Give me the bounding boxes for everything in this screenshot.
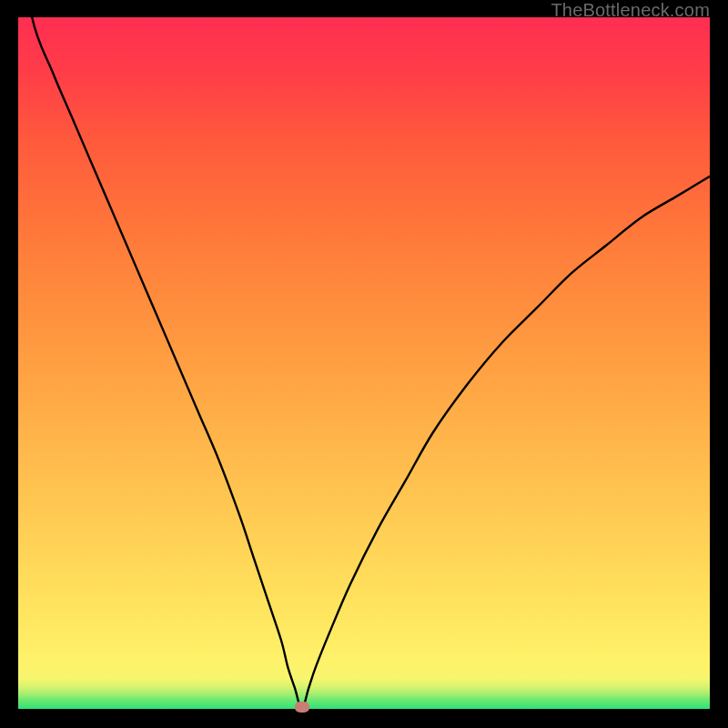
- curve-path: [18, 0, 710, 709]
- optimal-point-marker: [295, 702, 309, 713]
- bottleneck-curve: [18, 17, 710, 709]
- chart-frame: TheBottleneck.com: [0, 0, 728, 728]
- watermark-text: TheBottleneck.com: [551, 0, 710, 21]
